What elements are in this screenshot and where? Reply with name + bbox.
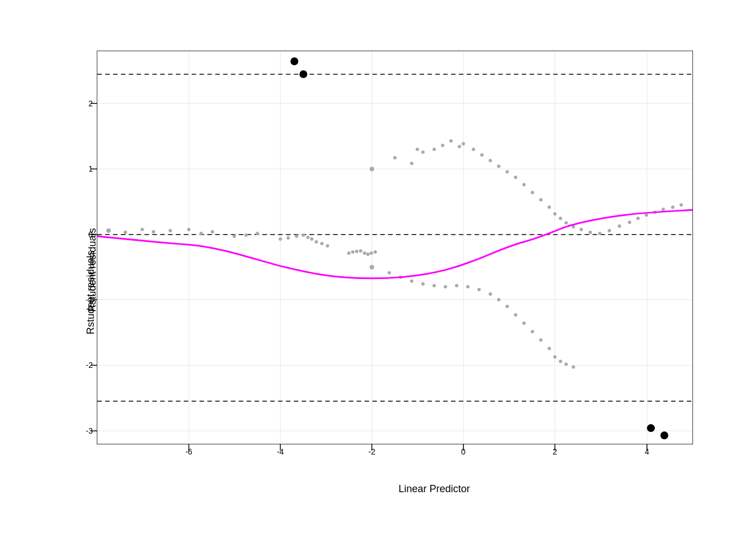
svg-point-84 <box>278 237 282 241</box>
y-axis-label: Rstudent residuals <box>85 250 97 334</box>
svg-point-98 <box>366 253 370 256</box>
x-tick-0: 0 <box>461 447 466 456</box>
y-tick-1: 1 <box>88 164 93 173</box>
svg-point-58 <box>455 284 458 287</box>
chart-area: -3 -2 -1 0 1 2 -6 -4 -2 0 2 4 <box>97 51 693 444</box>
y-tick-minus2: -2 <box>86 361 93 370</box>
svg-point-71 <box>564 362 568 366</box>
x-tick-minus4: -4 <box>277 447 284 456</box>
svg-point-88 <box>306 236 309 239</box>
svg-point-75 <box>141 228 144 231</box>
svg-point-41 <box>598 232 601 235</box>
svg-point-44 <box>628 220 631 224</box>
svg-point-25 <box>472 148 475 151</box>
svg-point-19 <box>421 150 425 154</box>
svg-point-67 <box>539 339 543 342</box>
svg-point-30 <box>514 176 518 179</box>
svg-point-55 <box>421 282 425 286</box>
svg-point-39 <box>579 228 583 231</box>
svg-point-20 <box>433 148 436 151</box>
svg-point-65 <box>523 322 526 325</box>
svg-point-21 <box>441 144 444 147</box>
svg-point-101 <box>290 57 298 65</box>
svg-point-70 <box>559 359 562 363</box>
svg-point-81 <box>233 235 236 238</box>
svg-point-43 <box>618 224 621 228</box>
svg-point-76 <box>152 230 155 233</box>
svg-point-34 <box>547 205 551 209</box>
svg-point-95 <box>355 250 358 253</box>
svg-point-52 <box>388 271 391 274</box>
x-tick-minus6: -6 <box>185 447 192 456</box>
svg-point-64 <box>514 313 518 317</box>
svg-point-73 <box>106 228 111 233</box>
svg-point-18 <box>410 161 413 165</box>
svg-point-87 <box>302 233 305 237</box>
svg-point-29 <box>506 170 509 173</box>
svg-point-86 <box>295 235 298 238</box>
svg-point-96 <box>359 249 362 253</box>
svg-point-60 <box>478 288 481 291</box>
svg-point-28 <box>497 164 501 168</box>
svg-point-27 <box>489 159 492 162</box>
svg-point-93 <box>347 251 350 255</box>
svg-point-72 <box>572 365 575 368</box>
svg-point-42 <box>608 229 611 232</box>
svg-point-35 <box>553 212 556 215</box>
svg-point-103 <box>647 424 655 432</box>
svg-point-91 <box>320 242 323 245</box>
chart-container: Rstudent residuals <box>40 28 716 512</box>
chart-svg <box>97 51 692 444</box>
svg-point-23 <box>458 145 461 148</box>
svg-point-36 <box>559 217 562 220</box>
svg-point-57 <box>444 285 447 289</box>
svg-point-85 <box>286 236 290 240</box>
svg-point-99 <box>370 251 373 255</box>
svg-point-78 <box>187 228 191 231</box>
svg-point-82 <box>245 233 248 237</box>
svg-point-74 <box>124 231 127 234</box>
svg-point-83 <box>255 232 259 235</box>
x-tick-4: 4 <box>645 447 649 456</box>
svg-point-16 <box>393 156 397 159</box>
svg-point-89 <box>310 237 313 241</box>
svg-point-31 <box>523 183 526 186</box>
svg-point-92 <box>326 244 329 248</box>
svg-point-17 <box>416 148 419 151</box>
svg-point-50 <box>680 203 683 206</box>
svg-point-45 <box>636 217 640 220</box>
svg-point-49 <box>671 205 674 209</box>
svg-point-40 <box>588 231 592 234</box>
svg-point-68 <box>547 346 551 350</box>
svg-point-104 <box>660 431 668 439</box>
svg-point-80 <box>211 230 214 233</box>
svg-point-48 <box>662 208 665 211</box>
x-tick-2: 2 <box>553 447 557 456</box>
svg-point-54 <box>410 280 413 283</box>
y-tick-0: 0 <box>88 230 93 239</box>
x-tick-minus2: -2 <box>368 447 375 456</box>
x-axis-label: Linear Predictor <box>398 483 470 495</box>
svg-point-26 <box>480 153 484 156</box>
svg-point-69 <box>553 355 556 358</box>
svg-point-33 <box>539 198 543 201</box>
svg-point-94 <box>351 250 354 254</box>
y-tick-2: 2 <box>88 99 93 108</box>
svg-point-63 <box>506 305 509 308</box>
svg-point-37 <box>564 221 568 224</box>
svg-point-32 <box>531 191 534 194</box>
svg-point-62 <box>497 298 501 302</box>
svg-point-24 <box>462 142 465 146</box>
svg-point-22 <box>449 140 453 143</box>
svg-point-100 <box>374 250 377 254</box>
svg-point-77 <box>169 229 172 232</box>
svg-point-15 <box>370 166 374 171</box>
svg-point-61 <box>489 292 492 296</box>
svg-point-97 <box>363 251 366 255</box>
svg-point-79 <box>200 232 203 235</box>
svg-point-51 <box>370 265 374 269</box>
svg-point-59 <box>466 285 470 289</box>
y-tick-minus3: -3 <box>86 426 93 435</box>
svg-point-66 <box>531 330 534 334</box>
svg-point-56 <box>433 284 436 287</box>
